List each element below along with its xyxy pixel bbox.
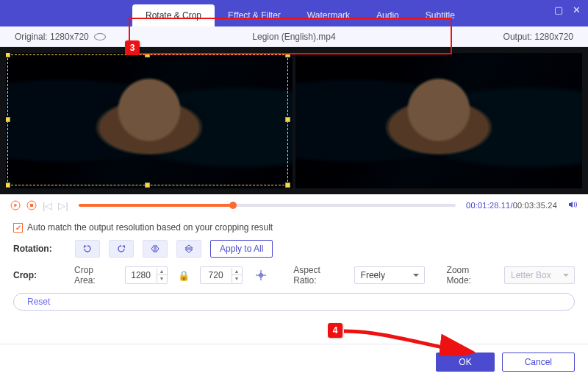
tab-audio[interactable]: Audio	[363, 4, 412, 26]
apply-to-all-button[interactable]: Apply to All	[210, 240, 273, 258]
reset-button[interactable]: Reset	[13, 293, 575, 311]
crop-height-input[interactable]: ▲▼	[200, 266, 243, 284]
maximize-icon[interactable]: ▢	[553, 4, 564, 15]
video-frame-output	[295, 53, 582, 188]
annotation-badge-4: 4	[328, 323, 343, 338]
crop-label: Crop:	[13, 270, 65, 280]
checkbox-icon[interactable]: ✓	[13, 223, 23, 233]
prev-frame-button[interactable]: |◁	[43, 200, 52, 211]
crop-height-field[interactable]	[201, 270, 232, 280]
auto-match-label: Auto match the output resolution based o…	[27, 222, 273, 233]
close-icon[interactable]: ✕	[570, 4, 582, 15]
cancel-button[interactable]: Cancel	[502, 353, 575, 372]
options-panel: ✓ Auto match the output resolution based…	[0, 216, 588, 311]
auto-match-checkbox-row[interactable]: ✓ Auto match the output resolution based…	[13, 222, 575, 233]
svg-rect-2	[30, 204, 33, 207]
center-crop-button[interactable]	[251, 266, 272, 284]
spin-down-icon[interactable]: ▼	[157, 275, 167, 283]
zoom-mode-select: Letter Box	[504, 266, 575, 284]
seek-slider[interactable]	[79, 204, 456, 207]
flip-vertical-button[interactable]	[176, 240, 201, 258]
rotate-right-button[interactable]	[109, 240, 134, 258]
play-button[interactable]	[10, 200, 21, 210]
title-bar: Rotate & Crop Effect & Filter Watermark …	[0, 0, 588, 26]
preview-area	[0, 47, 588, 194]
spin-up-icon[interactable]: ▲	[157, 268, 167, 275]
tab-subtitle[interactable]: Subtitle	[412, 4, 468, 26]
aspect-ratio-label: Aspect Ratio:	[293, 265, 345, 286]
window-controls: ▢ ✕	[553, 4, 582, 15]
time-display: 00:01:28.11/00:03:35.24	[466, 201, 557, 210]
tab-watermark[interactable]: Watermark	[294, 4, 363, 26]
rotate-left-button[interactable]	[75, 240, 100, 258]
crop-area-label: Crop Area:	[74, 265, 116, 286]
next-frame-button[interactable]: ▷|	[58, 200, 68, 211]
zoom-mode-label: Zoom Mode:	[447, 265, 495, 286]
flip-horizontal-button[interactable]	[143, 240, 168, 258]
original-resolution: Original: 1280x720	[15, 32, 118, 42]
tab-rotate-crop[interactable]: Rotate & Crop	[132, 4, 215, 26]
volume-icon[interactable]	[567, 199, 578, 212]
eye-icon[interactable]	[94, 33, 106, 40]
lock-aspect-icon[interactable]: 🔒	[176, 270, 191, 281]
stop-button[interactable]	[26, 200, 37, 210]
output-resolution: Output: 1280x720	[470, 32, 573, 42]
file-name: Legion (English).mp4	[118, 32, 470, 42]
annotation-badge-3: 3	[125, 40, 140, 55]
spin-down-icon[interactable]: ▼	[232, 275, 242, 283]
rotation-label: Rotation:	[13, 244, 66, 254]
file-info-row: Original: 1280x720 Legion (English).mp4 …	[0, 26, 588, 47]
aspect-ratio-select[interactable]: Freely	[354, 266, 425, 284]
crop-width-input[interactable]: ▲▼	[125, 266, 168, 284]
tab-effect-filter[interactable]: Effect & Filter	[215, 4, 294, 26]
preview-original[interactable]	[6, 53, 293, 188]
crop-width-field[interactable]	[126, 270, 157, 280]
crop-rectangle[interactable]	[7, 54, 288, 185]
preview-output	[295, 53, 582, 188]
dialog-footer: OK Cancel	[0, 344, 588, 379]
playback-bar: |◁ ▷| 00:01:28.11/00:03:35.24	[0, 194, 588, 216]
seek-knob[interactable]	[229, 202, 237, 209]
ok-button[interactable]: OK	[436, 353, 494, 372]
editor-tabs: Rotate & Crop Effect & Filter Watermark …	[132, 4, 468, 26]
spin-up-icon[interactable]: ▲	[232, 268, 242, 275]
